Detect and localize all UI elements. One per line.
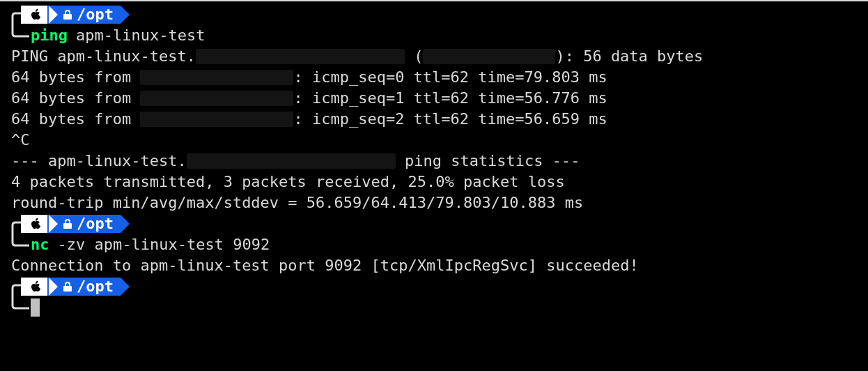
- command-row: nc -zv apm-linux-test 9092: [6, 234, 862, 255]
- command-name: ping: [31, 25, 68, 46]
- apple-icon: [31, 218, 42, 230]
- output-line: PING apm-linux-test. (): 56 data bytes: [6, 46, 862, 67]
- prompt-os-segment: [21, 215, 49, 233]
- prompt-row: /opt: [6, 213, 862, 234]
- prompt-path-segment: /opt: [47, 278, 121, 296]
- prompt-os-segment: [21, 278, 49, 296]
- prompt-row: /opt: [6, 4, 862, 25]
- apple-icon: [31, 280, 42, 293]
- output-line: 64 bytes from : icmp_seq=0 ttl=62 time=7…: [6, 67, 862, 88]
- output-line: --- apm-linux-test. ping statistics ---: [6, 151, 862, 172]
- output-line: Connection to apm-linux-test port 9092 […: [6, 255, 862, 276]
- prompt-corner-bottom: [6, 234, 31, 255]
- prompt-path: /opt: [77, 4, 114, 25]
- prompt-corner-bottom: [6, 25, 31, 46]
- apple-icon: [31, 8, 42, 21]
- output-line: 4 packets transmitted, 3 packets receive…: [6, 172, 862, 192]
- output-line: 64 bytes from : icmp_seq=2 ttl=62 time=5…: [6, 109, 862, 130]
- output-line: 64 bytes from : icmp_seq=1 ttl=62 time=5…: [6, 88, 862, 109]
- terminal[interactable]: /opt ping apm-linux-test PING apm-linux-…: [0, 4, 868, 318]
- prompt-path-segment: /opt: [47, 215, 121, 233]
- lock-icon: [63, 9, 72, 20]
- output-line: ^C: [6, 130, 862, 151]
- prompt-corner-top: [6, 4, 21, 25]
- lock-icon: [63, 281, 72, 292]
- text-cursor: [31, 298, 40, 317]
- prompt-corner-bottom: [6, 297, 31, 318]
- command-args: apm-linux-test: [76, 25, 205, 46]
- prompt-row: /opt: [6, 276, 862, 297]
- prompt-os-segment: [21, 6, 49, 24]
- lock-icon: [63, 218, 72, 229]
- command-input-row[interactable]: [6, 297, 862, 318]
- command-args: -zv apm-linux-test 9092: [58, 234, 270, 255]
- prompt-path: /opt: [77, 276, 114, 297]
- prompt-corner-top: [6, 276, 21, 297]
- command-name: nc: [31, 234, 49, 255]
- command-row: ping apm-linux-test: [6, 25, 862, 46]
- prompt-path-segment: /opt: [47, 6, 121, 24]
- prompt-corner-top: [6, 213, 21, 234]
- output-line: round-trip min/avg/max/stddev = 56.659/6…: [6, 192, 862, 213]
- prompt-path: /opt: [77, 213, 114, 234]
